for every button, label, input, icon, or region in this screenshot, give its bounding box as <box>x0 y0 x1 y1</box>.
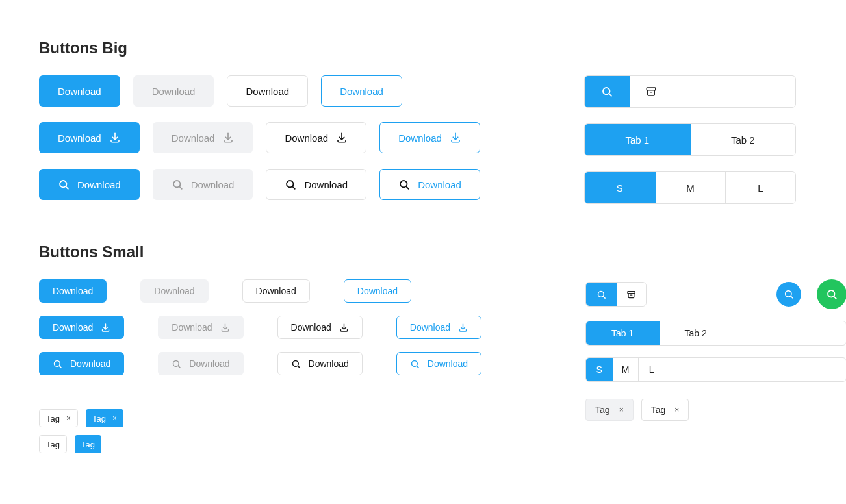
archive-icon <box>626 290 636 299</box>
download-button-primary-trailing[interactable]: Download <box>39 122 140 153</box>
download-button-outline-sm-trailing[interactable]: Download <box>277 316 363 339</box>
seg-archive[interactable] <box>629 76 673 107</box>
button-label: Download <box>285 132 328 144</box>
button-label: Download <box>291 322 331 333</box>
button-label: Download <box>154 286 194 296</box>
tag-outline-closable[interactable]: Tag× <box>39 409 78 427</box>
tag-outline-big-closable[interactable]: Tag× <box>641 399 689 421</box>
size-label: M <box>686 183 695 194</box>
button-label: Download <box>398 132 442 144</box>
download-icon <box>450 132 461 144</box>
tab-2-sm[interactable]: Tab 2 <box>659 321 732 345</box>
button-label: Download <box>309 359 349 369</box>
button-label: Download <box>246 86 289 97</box>
download-button-outline-primary-sm-leading[interactable]: Download <box>396 352 481 375</box>
size-l[interactable]: L <box>725 172 795 203</box>
tag-outline[interactable]: Tag <box>39 435 67 453</box>
svg-rect-5 <box>647 88 656 90</box>
segmented-sizes-sm: S M L <box>585 357 846 382</box>
button-label: Download <box>53 286 93 296</box>
close-icon[interactable]: × <box>674 405 679 414</box>
tag-label: Tag <box>92 414 106 423</box>
download-button-primary-sm-leading[interactable]: Download <box>39 352 124 375</box>
tab-1[interactable]: Tab 1 <box>585 124 690 155</box>
button-label: Download <box>410 322 450 333</box>
close-icon[interactable]: × <box>66 414 71 423</box>
download-button-outline-sm-leading[interactable]: Download <box>277 352 363 375</box>
search-icon <box>826 288 838 300</box>
tab-label: Tab 2 <box>731 134 755 145</box>
button-label: Download <box>172 322 212 333</box>
close-icon[interactable]: × <box>112 414 117 423</box>
heading-buttons-small: Buttons Small <box>39 243 807 261</box>
size-label: L <box>649 364 654 375</box>
download-button-outline-primary-trailing[interactable]: Download <box>379 122 480 153</box>
seg-search[interactable] <box>585 76 629 107</box>
tag-label: Tag <box>46 440 60 449</box>
download-button-primary-sm-trailing[interactable]: Download <box>39 316 124 339</box>
search-icon <box>53 359 62 369</box>
button-label: Download <box>340 86 383 97</box>
download-icon <box>222 132 234 144</box>
download-button-outline-primary-leading[interactable]: Download <box>379 169 480 200</box>
button-label: Download <box>191 179 235 190</box>
button-label: Download <box>77 179 121 190</box>
button-label: Download <box>357 286 398 296</box>
size-m[interactable]: M <box>655 172 725 203</box>
circle-search-blue[interactable] <box>776 282 801 307</box>
tab-label: Tab 1 <box>626 134 650 145</box>
section-buttons-small: Buttons Small Download Download Download… <box>39 243 807 453</box>
download-button-secondary-sm[interactable]: Download <box>140 279 208 303</box>
section-buttons-big: Buttons Big Download Download Download D… <box>39 39 807 204</box>
tag-primary-closable[interactable]: Tag× <box>86 409 123 427</box>
size-label: M <box>622 364 630 375</box>
download-button-secondary-trailing[interactable]: Download <box>153 122 253 153</box>
seg-search-sm[interactable] <box>586 283 616 306</box>
archive-icon <box>645 86 657 97</box>
download-button-primary-leading[interactable]: Download <box>39 169 140 200</box>
segmented-tabs: Tab 1 Tab 2 <box>584 123 796 156</box>
download-button-outline-primary-sm-trailing[interactable]: Download <box>396 316 481 339</box>
download-icon <box>109 132 121 144</box>
download-icon <box>220 323 230 333</box>
button-label: Download <box>256 286 296 296</box>
tag-soft-big-closable[interactable]: Tag× <box>585 399 634 421</box>
tab-label: Tab 1 <box>611 328 634 338</box>
tag-primary[interactable]: Tag <box>75 435 101 453</box>
button-label: Download <box>152 86 196 97</box>
tag-label: Tag <box>81 440 95 449</box>
close-icon[interactable]: × <box>619 405 624 414</box>
tab-label: Tab 2 <box>684 328 706 338</box>
size-s-sm[interactable]: S <box>586 358 612 381</box>
search-icon <box>172 179 183 190</box>
size-label: S <box>617 183 623 194</box>
download-icon <box>101 323 110 333</box>
search-icon <box>172 359 181 369</box>
seg-archive-sm[interactable] <box>616 283 646 306</box>
download-button-outline[interactable]: Download <box>227 75 308 107</box>
download-button-outline-sm[interactable]: Download <box>242 279 310 303</box>
button-label: Download <box>418 179 461 190</box>
size-s[interactable]: S <box>585 172 655 203</box>
button-label: Download <box>58 132 101 144</box>
circle-search-green[interactable] <box>817 279 846 309</box>
button-label: Download <box>172 132 215 144</box>
download-button-secondary-sm-trailing[interactable]: Download <box>158 316 243 339</box>
download-button-secondary-leading[interactable]: Download <box>153 169 253 200</box>
download-button-outline-primary-sm[interactable]: Download <box>344 279 411 303</box>
download-button-secondary[interactable]: Download <box>133 75 214 107</box>
download-button-primary[interactable]: Download <box>39 75 120 107</box>
segmented-icon-toggle <box>584 75 796 108</box>
tab-1-sm[interactable]: Tab 1 <box>586 321 659 345</box>
download-button-primary-sm[interactable]: Download <box>39 279 107 303</box>
download-button-outline-trailing[interactable]: Download <box>266 122 366 153</box>
tab-2[interactable]: Tab 2 <box>690 124 795 155</box>
download-button-outline-leading[interactable]: Download <box>266 169 366 200</box>
download-button-outline-primary[interactable]: Download <box>321 75 402 107</box>
size-m-sm[interactable]: M <box>612 358 638 381</box>
search-icon <box>285 179 296 190</box>
download-button-secondary-sm-leading[interactable]: Download <box>158 352 243 375</box>
tag-label: Tag <box>651 405 666 415</box>
download-icon <box>458 323 468 333</box>
size-l-sm[interactable]: L <box>638 358 664 381</box>
